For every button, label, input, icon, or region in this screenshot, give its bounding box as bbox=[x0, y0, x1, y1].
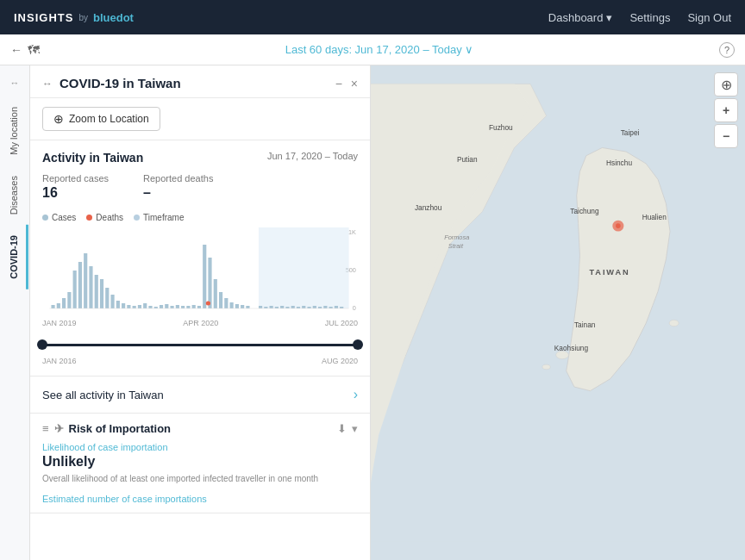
estimated-label[interactable]: Estimated number of case importations bbox=[42, 494, 358, 504]
svg-text:Taichung: Taichung bbox=[570, 207, 599, 215]
activity-chart: 1K 500 0 bbox=[42, 227, 358, 314]
logo-by: by bbox=[78, 13, 88, 22]
svg-rect-19 bbox=[133, 306, 136, 308]
left-sidebar: ↔ My location Diseases COVID-19 bbox=[0, 65, 30, 560]
svg-rect-33 bbox=[208, 258, 211, 308]
legend-deaths: Deaths bbox=[86, 213, 123, 222]
panel-title: COVID-19 in Taiwan bbox=[59, 76, 181, 90]
sub-header-left: ← 🗺 bbox=[10, 43, 40, 57]
svg-rect-36 bbox=[224, 298, 228, 308]
signout-button[interactable]: Sign Out bbox=[687, 11, 731, 24]
svg-point-57 bbox=[206, 302, 210, 306]
svg-rect-45 bbox=[280, 306, 284, 308]
risk-download-icon[interactable]: ⬇ bbox=[337, 422, 347, 435]
slider-date-labels: JAN 2016 AUG 2020 bbox=[42, 357, 358, 365]
svg-rect-29 bbox=[186, 306, 190, 308]
svg-rect-30 bbox=[192, 305, 196, 308]
svg-rect-16 bbox=[116, 301, 120, 308]
svg-rect-54 bbox=[329, 307, 333, 308]
svg-text:Tainan: Tainan bbox=[574, 320, 596, 329]
svg-rect-28 bbox=[181, 306, 185, 308]
timeline-slider[interactable] bbox=[42, 336, 358, 353]
likelihood-label[interactable]: Likelihood of case importation bbox=[42, 442, 358, 452]
svg-point-61 bbox=[542, 364, 550, 370]
svg-point-72 bbox=[616, 223, 621, 228]
svg-rect-17 bbox=[122, 303, 125, 308]
svg-rect-25 bbox=[165, 304, 168, 308]
svg-text:Strait: Strait bbox=[448, 242, 464, 250]
dashboard-button[interactable]: Dashboard ▾ bbox=[548, 11, 613, 24]
help-button[interactable]: ? bbox=[719, 42, 735, 58]
svg-rect-35 bbox=[219, 292, 222, 308]
svg-rect-27 bbox=[176, 305, 179, 308]
settings-button[interactable]: Settings bbox=[629, 11, 670, 24]
map-toggle-icon[interactable]: 🗺 bbox=[28, 43, 40, 57]
timeframe-dot bbox=[134, 215, 140, 221]
sidebar-item-my-location[interactable]: My location bbox=[2, 96, 28, 165]
risk-header: ≡ ✈ Risk of Importation ⬇ ▾ bbox=[42, 422, 358, 435]
svg-rect-37 bbox=[230, 302, 234, 308]
reported-cases-value: 16 bbox=[42, 185, 109, 201]
svg-rect-8 bbox=[73, 271, 77, 308]
sidebar-item-diseases[interactable]: Diseases bbox=[2, 165, 28, 225]
svg-rect-46 bbox=[285, 307, 289, 308]
deaths-dot bbox=[86, 215, 92, 221]
svg-rect-51 bbox=[313, 306, 316, 308]
svg-text:Taipei: Taipei bbox=[621, 128, 640, 137]
svg-text:Hsinchu: Hsinchu bbox=[606, 159, 632, 167]
minimize-button[interactable]: − bbox=[335, 77, 342, 90]
back-icon[interactable]: ← bbox=[10, 43, 22, 57]
svg-rect-31 bbox=[197, 306, 201, 308]
map-area[interactable]: Fuzhou Putian Janzhou Formosa Strait Tai… bbox=[371, 65, 745, 560]
svg-rect-38 bbox=[235, 304, 239, 308]
risk-expand-icon[interactable]: ▾ bbox=[352, 422, 358, 435]
svg-rect-7 bbox=[67, 292, 71, 308]
detail-panel: ↔ COVID-19 in Taiwan − × ⊕ Zoom to Locat… bbox=[30, 65, 371, 560]
risk-header-controls: ⬇ ▾ bbox=[337, 422, 358, 435]
svg-rect-39 bbox=[241, 305, 244, 308]
legend-cases: Cases bbox=[42, 213, 76, 222]
risk-section: ≡ ✈ Risk of Importation ⬇ ▾ Likelihood o… bbox=[30, 414, 370, 513]
svg-rect-22 bbox=[148, 306, 152, 308]
svg-text:1K: 1K bbox=[348, 229, 356, 236]
svg-rect-23 bbox=[154, 307, 158, 308]
svg-point-62 bbox=[669, 320, 679, 326]
top-nav: INSIGHTS by bluedot Dashboard ▾ Settings… bbox=[0, 0, 745, 34]
svg-rect-50 bbox=[307, 307, 310, 308]
svg-rect-4 bbox=[51, 305, 54, 308]
close-button[interactable]: × bbox=[351, 77, 358, 90]
svg-rect-21 bbox=[143, 303, 147, 308]
sidebar-item-covid19[interactable]: COVID-19 bbox=[2, 225, 28, 289]
panel-nav-arrows[interactable]: ↔ bbox=[42, 78, 53, 90]
date-range-selector[interactable]: Last 60 days: Jun 17, 2020 – Today ∨ bbox=[285, 43, 474, 56]
svg-rect-26 bbox=[170, 306, 173, 308]
svg-rect-40 bbox=[246, 306, 249, 308]
zoom-to-location-button[interactable]: ⊕ Zoom to Location bbox=[42, 107, 160, 131]
svg-rect-32 bbox=[203, 245, 206, 308]
see-all-activity-button[interactable]: See all activity in Taiwan › bbox=[30, 376, 370, 414]
svg-rect-10 bbox=[84, 253, 87, 308]
reported-cases-stat: Reported cases 16 bbox=[42, 173, 109, 201]
sidebar-collapse-arrows[interactable]: ↔ bbox=[10, 72, 20, 93]
zoom-in-button[interactable]: + bbox=[714, 98, 738, 122]
activity-title: Activity in Taiwan bbox=[42, 151, 143, 165]
see-all-chevron-icon: › bbox=[354, 387, 358, 402]
logo-insights: INSIGHTS bbox=[14, 11, 73, 24]
slider-thumb-right[interactable] bbox=[353, 339, 363, 350]
svg-rect-47 bbox=[291, 306, 295, 308]
globe-button[interactable]: ⊕ bbox=[714, 72, 738, 96]
risk-list-icon: ≡ bbox=[42, 422, 49, 435]
slider-thumb-left[interactable] bbox=[37, 339, 47, 350]
svg-text:Formosa: Formosa bbox=[444, 233, 469, 241]
svg-text:0: 0 bbox=[353, 305, 356, 312]
svg-rect-56 bbox=[340, 307, 343, 308]
svg-rect-48 bbox=[297, 307, 300, 308]
main-area: ↔ My location Diseases COVID-19 ↔ COVID-… bbox=[0, 65, 745, 560]
legend-timeframe: Timeframe bbox=[134, 213, 184, 222]
zoom-out-button[interactable]: − bbox=[714, 124, 738, 148]
stats-row: Reported cases 16 Reported deaths – bbox=[42, 173, 358, 201]
svg-rect-24 bbox=[160, 305, 163, 308]
svg-rect-43 bbox=[270, 306, 273, 308]
likelihood-desc: Overall likelihood of at least one impor… bbox=[42, 473, 358, 485]
cases-dot bbox=[42, 215, 48, 221]
